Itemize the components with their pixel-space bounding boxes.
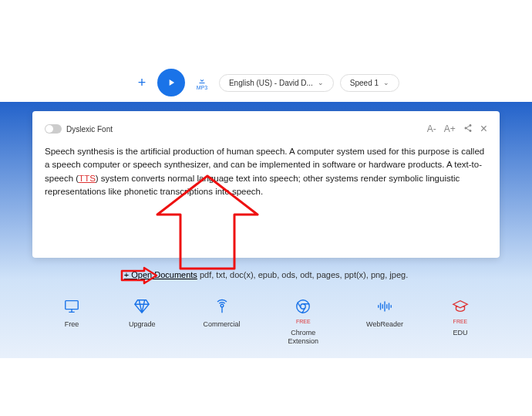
- chevron-down-icon: ⌄: [318, 79, 324, 86]
- toolbar: + MP3 English (US) - David D... ⌄ Speed …: [0, 63, 532, 102]
- toggle-switch[interactable]: [45, 124, 62, 134]
- nav-free[interactable]: Free: [62, 297, 81, 346]
- podcast-icon: [213, 297, 231, 316]
- speed-selector[interactable]: Speed 1 ⌄: [340, 74, 399, 92]
- bottom-nav: Free Upgrade Commercial FREE Chrome Exte…: [39, 297, 493, 346]
- chevron-down-icon: ⌄: [383, 79, 389, 86]
- font-toggle-label: Dyslexic Font: [66, 125, 113, 134]
- open-documents-extensions: pdf, txt, doc(x), epub, ods, odt, pages,…: [197, 270, 408, 279]
- nav-chrome-extension[interactable]: FREE Chrome Extension: [288, 297, 319, 346]
- nav-webreader[interactable]: WebReader: [366, 297, 403, 346]
- text-card: Dyslexic Font A- A+ × Speech synthesis i…: [32, 111, 500, 258]
- monitor-icon: [62, 297, 81, 316]
- dyslexic-font-toggle[interactable]: Dyslexic Font: [45, 124, 113, 134]
- card-actions: A- A+ ×: [427, 122, 487, 136]
- tts-paragraph[interactable]: Speech synthesis is the artificial produ…: [45, 145, 487, 198]
- play-button[interactable]: [157, 69, 185, 96]
- card-header: Dyslexic Font A- A+ ×: [45, 122, 487, 136]
- nav-commercial[interactable]: Commercial: [204, 297, 241, 346]
- speed-selector-label: Speed 1: [350, 79, 379, 87]
- voice-selector[interactable]: English (US) - David D... ⌄: [219, 74, 334, 92]
- diamond-icon: [133, 297, 151, 316]
- soundwave-icon: [375, 297, 394, 316]
- font-increase-button[interactable]: A+: [444, 123, 456, 134]
- svg-point-1: [221, 305, 224, 308]
- add-button[interactable]: +: [133, 73, 151, 92]
- open-documents-link[interactable]: + Open Documents: [124, 270, 197, 279]
- nav-edu[interactable]: FREE EDU: [451, 297, 470, 346]
- graduation-cap-icon: [451, 297, 470, 316]
- font-decrease-button[interactable]: A-: [427, 123, 436, 134]
- mp3-label: MP3: [197, 85, 207, 90]
- nav-label: Upgrade: [129, 320, 156, 329]
- paragraph-text-post: ) system converts normal language text i…: [45, 174, 460, 196]
- close-button[interactable]: ×: [480, 122, 487, 136]
- voice-selector-label: English (US) - David D...: [229, 79, 313, 87]
- nav-label: WebReader: [366, 320, 403, 329]
- open-documents-row: + Open Documents pdf, txt, doc(x), epub,…: [0, 270, 532, 279]
- free-badge: FREE: [296, 319, 311, 324]
- svg-rect-0: [66, 301, 79, 309]
- tts-inline-link[interactable]: TTS: [79, 174, 96, 183]
- nav-label: Chrome Extension: [288, 329, 319, 346]
- nav-label: Commercial: [204, 320, 241, 329]
- nav-upgrade[interactable]: Upgrade: [129, 297, 156, 346]
- nav-label: EDU: [453, 329, 467, 337]
- free-badge: FREE: [453, 319, 468, 324]
- nav-label: Free: [65, 320, 79, 329]
- download-mp3-button[interactable]: MP3: [191, 72, 213, 93]
- share-icon[interactable]: [463, 123, 473, 135]
- chrome-icon: [294, 297, 312, 316]
